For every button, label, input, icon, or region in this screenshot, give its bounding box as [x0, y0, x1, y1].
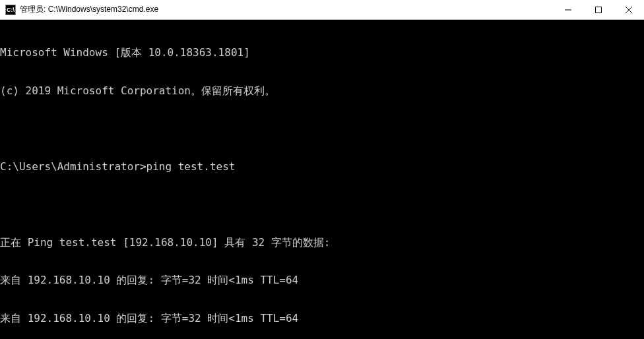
terminal-line: 来自 192.168.10.10 的回复: 字节=32 时间<1ms TTL=6…: [0, 274, 644, 286]
window-titlebar[interactable]: C:\ 管理员: C:\Windows\system32\cmd.exe: [0, 0, 644, 20]
close-icon: [626, 7, 632, 13]
bottom-overlay-text: [0, 330, 644, 339]
terminal-line: Microsoft Windows [版本 10.0.18363.1801]: [0, 46, 644, 59]
terminal-line: (c) 2019 Microsoft Corporation。保留所有权利。: [0, 84, 644, 97]
svg-rect-1: [596, 7, 602, 13]
window-title: 管理员: C:\Windows\system32\cmd.exe: [20, 4, 553, 15]
terminal-output[interactable]: Microsoft Windows [版本 10.0.18363.1801] (…: [0, 20, 644, 339]
minimize-icon: [565, 7, 571, 13]
terminal-line: 正在 Ping test.test [192.168.10.10] 具有 32 …: [0, 236, 644, 249]
close-button[interactable]: [614, 0, 644, 19]
window-controls: [553, 0, 644, 19]
maximize-icon: [595, 7, 602, 13]
maximize-button[interactable]: [583, 0, 614, 19]
terminal-line: [0, 123, 644, 135]
cmd-icon: C:\: [5, 5, 16, 15]
minimize-button[interactable]: [553, 0, 583, 19]
terminal-line: [0, 198, 644, 210]
terminal-line: 来自 192.168.10.10 的回复: 字节=32 时间<1ms TTL=6…: [0, 312, 644, 324]
terminal-line: C:\Users\Administrator>ping test.test: [0, 160, 644, 173]
